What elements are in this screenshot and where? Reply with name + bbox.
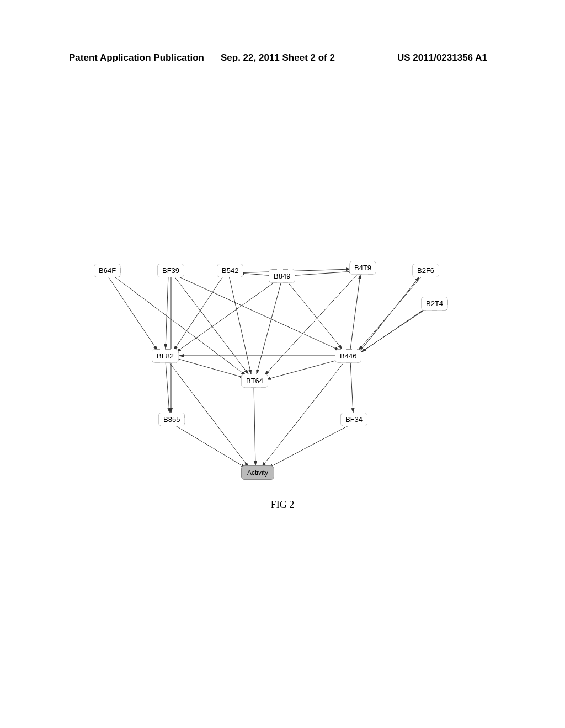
node-B849: B849 bbox=[269, 269, 295, 283]
node-BF82: BF82 bbox=[152, 349, 179, 363]
svg-line-21 bbox=[350, 275, 360, 349]
svg-line-26 bbox=[254, 386, 255, 465]
svg-line-24 bbox=[359, 308, 427, 354]
node-Activity: Activity bbox=[241, 465, 274, 480]
svg-line-2 bbox=[166, 276, 168, 349]
node-BF34: BF34 bbox=[340, 413, 367, 426]
node-B542: B542 bbox=[217, 264, 243, 277]
svg-line-22 bbox=[350, 361, 353, 413]
svg-line-10 bbox=[177, 281, 276, 352]
diagram-edges bbox=[69, 259, 483, 496]
svg-line-25 bbox=[174, 425, 246, 468]
node-B2T4: B2T4 bbox=[421, 297, 448, 311]
svg-line-4 bbox=[177, 276, 339, 350]
node-B446: B446 bbox=[335, 349, 361, 363]
svg-line-6 bbox=[174, 276, 223, 350]
header-date-sheet: Sep. 22, 2011 Sheet 2 of 2 bbox=[221, 52, 335, 63]
svg-line-17 bbox=[177, 358, 244, 378]
svg-line-0 bbox=[108, 276, 157, 350]
svg-line-27 bbox=[269, 425, 350, 468]
node-B2F6: B2F6 bbox=[412, 264, 439, 277]
diagram: B64F BF39 B542 B849 B4T9 B2F6 B2T4 BF82 … bbox=[69, 259, 483, 496]
node-B855: B855 bbox=[158, 413, 185, 426]
svg-line-9 bbox=[240, 273, 273, 276]
svg-line-1 bbox=[113, 276, 246, 375]
svg-line-8 bbox=[229, 276, 251, 374]
svg-line-11 bbox=[257, 281, 281, 374]
separator-line bbox=[44, 494, 541, 494]
node-BT64: BT64 bbox=[241, 374, 268, 388]
header-patent-number: US 2011/0231356 A1 bbox=[397, 52, 487, 63]
node-BF39: BF39 bbox=[157, 264, 184, 277]
svg-line-20 bbox=[266, 360, 339, 379]
svg-line-3 bbox=[174, 276, 248, 374]
node-B64F: B64F bbox=[94, 264, 121, 277]
node-B4T9: B4T9 bbox=[349, 261, 376, 275]
svg-line-23 bbox=[359, 277, 419, 353]
header-publication: Patent Application Publication bbox=[69, 52, 204, 63]
svg-line-13 bbox=[290, 271, 353, 276]
figure-label: FIG 2 bbox=[0, 499, 565, 511]
svg-line-18 bbox=[166, 361, 169, 413]
